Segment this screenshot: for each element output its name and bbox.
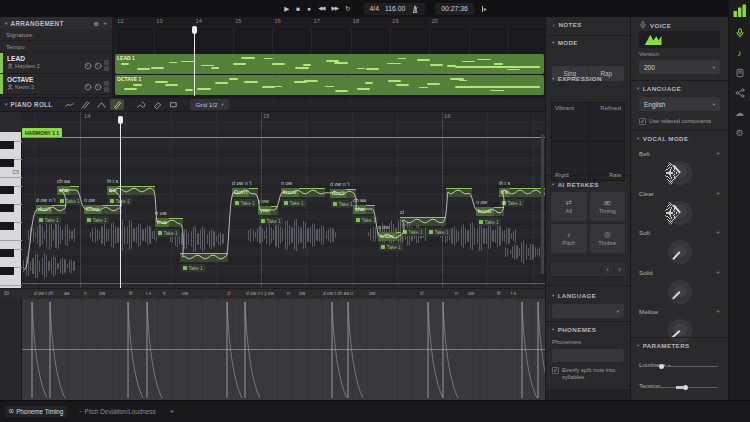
voice-language-select[interactable]: English ▾ (639, 97, 720, 111)
add-track-icon[interactable]: + (103, 20, 107, 27)
language-section-header[interactable]: ▾ LANGUAGE (546, 292, 602, 299)
loudness-slider[interactable] (643, 366, 718, 367)
voice-language-header[interactable]: ▾ LANGUAGE (631, 85, 687, 92)
expression-section-header[interactable]: ▾ EXPRESSION (546, 75, 608, 82)
voice-icon[interactable] (732, 25, 748, 41)
pencil-tool-icon[interactable] (110, 99, 124, 110)
record-icon[interactable]: ● (304, 5, 314, 13)
phoneme-token[interactable]: aa (64, 291, 69, 296)
phoneme-token[interactable]: ih (129, 291, 133, 296)
relaxed-consonants-checkbox[interactable]: ✓ Use relaxed consonants (639, 118, 724, 125)
phoneme-token[interactable]: ow (99, 291, 105, 296)
tension-slider[interactable] (643, 387, 718, 388)
take-chip[interactable]: Take 1 (233, 199, 257, 207)
piano-note[interactable]: cha (57, 186, 79, 195)
mode-section-header[interactable]: ▾ MODE (546, 39, 584, 46)
clip-2[interactable]: OCTAVE 1 (115, 75, 544, 95)
mellow-knob[interactable] (667, 318, 693, 344)
slider-handle[interactable] (659, 364, 664, 369)
take-chip[interactable]: Take 1 (282, 199, 306, 207)
retake-all-button[interactable]: ⇄All (551, 192, 587, 221)
checkbox-check-icon[interactable]: ✓ (552, 367, 559, 374)
retake-prev-icon[interactable]: ‹ (601, 266, 613, 273)
retake-next-icon[interactable]: › (613, 266, 625, 273)
take-chip[interactable]: Take 1 (477, 218, 501, 226)
piano-key[interactable] (0, 141, 14, 149)
solid-knob[interactable] (667, 279, 693, 305)
vocal-mode-header[interactable]: ▾ VOCAL MODE (631, 135, 695, 142)
piano-note[interactable] (180, 253, 228, 262)
knob-add-icon[interactable]: + (716, 229, 720, 236)
piano-key[interactable] (0, 249, 14, 257)
take-chip[interactable]: Take 1 (156, 229, 180, 237)
retake-timing-button[interactable]: æTiming (590, 192, 626, 221)
timecode-box[interactable]: 00:27:36 (435, 3, 473, 15)
piano-note[interactable]: it's (107, 186, 155, 195)
phoneme-token[interactable]: tr (163, 291, 166, 296)
take-chip[interactable]: Take 1 (37, 216, 61, 224)
pitch-tool-icon[interactable] (62, 99, 76, 110)
take-chip[interactable]: Take 1 (500, 199, 524, 207)
metronome-icon[interactable] (411, 5, 419, 13)
arrangement-playhead-head[interactable] (192, 26, 197, 34)
retakes-section-header[interactable]: ▾ AI RETAKES (546, 181, 605, 188)
line-tool-icon[interactable] (78, 99, 92, 110)
phoneme-token[interactable]: ow (369, 291, 375, 296)
take-chip[interactable]: Take 1 (259, 217, 283, 225)
collapse-arrow-icon[interactable]: ▾ (5, 21, 8, 26)
time-signature[interactable]: 4/4 (370, 5, 379, 12)
cloud-icon[interactable]: ☁ (732, 105, 748, 121)
vertical-scrollbar[interactable] (541, 134, 545, 274)
phoneme-token[interactable]: t s (511, 291, 516, 296)
piano-note[interactable] (446, 188, 472, 197)
notes-icon[interactable]: ♪ (732, 45, 748, 61)
clip-tab[interactable]: HARMONY 1 1 (22, 128, 62, 137)
add-lane-button[interactable]: + (170, 407, 175, 416)
phoneme-token[interactable]: t s (146, 291, 151, 296)
piano-roll-playhead-head[interactable] (118, 116, 123, 124)
phoneme-strip[interactable]: 00 d ow t chaanowiht struwcld ow n t y o… (0, 288, 545, 299)
retake-navigator[interactable]: ‹ › (551, 263, 625, 276)
phonemes-input[interactable] (552, 349, 624, 362)
brush-tool-icon[interactable] (134, 99, 148, 110)
tempo-lane-label[interactable]: Tempo (0, 41, 112, 53)
phoneme-token[interactable]: cl (420, 291, 423, 296)
piano-note[interactable]: know (476, 207, 504, 216)
share-icon[interactable] (732, 85, 748, 101)
take-chip[interactable]: Take 1 (354, 216, 378, 224)
arrangement-timeline[interactable]: 121314151617181920 LEAD 1OCTAVE 1 (114, 17, 545, 97)
piano-key[interactable] (0, 186, 14, 194)
phoneme-token[interactable]: ow (468, 291, 474, 296)
clip-1[interactable]: LEAD 1 (115, 54, 544, 74)
phoneme-token[interactable]: n (84, 291, 87, 296)
collapse-arrow-icon[interactable]: ▾ (5, 102, 8, 107)
retake-timbre-button[interactable]: ◎Timbre (590, 224, 626, 253)
slider-handle[interactable] (683, 385, 688, 390)
version-select[interactable]: 200 ▾ (639, 60, 720, 74)
knob-add-icon[interactable]: + (716, 269, 720, 276)
piano-note[interactable]: cha (353, 205, 375, 214)
piano-key[interactable] (0, 159, 14, 167)
phonemes-section-header[interactable]: ▾ PHONEMES (546, 326, 602, 333)
track-knob-icon[interactable] (84, 56, 92, 74)
take-chip[interactable]: Take 1 (85, 216, 109, 224)
go-to-end-icon[interactable]: ▸ (482, 6, 487, 12)
expression-xy-pad[interactable]: Vibrant Refined Rigid Raw (551, 102, 625, 181)
phoneme-timing-lane[interactable] (0, 299, 545, 400)
phoneme-token[interactable]: ow (299, 291, 305, 296)
track-row-lead[interactable]: LEADHayden 2 (0, 53, 112, 74)
knob-add-icon[interactable]: + (716, 190, 720, 197)
clear-knob[interactable] (667, 200, 693, 226)
bpm-value[interactable]: 116.00 (385, 5, 405, 12)
piano-note[interactable]: you (258, 206, 278, 215)
take-chip[interactable]: Take 1 (181, 264, 205, 272)
piano-key[interactable] (0, 222, 14, 230)
piano-note[interactable]: it's (499, 188, 545, 197)
piano-note[interactable]: know (281, 188, 325, 197)
take-chip[interactable]: Take 1 (331, 200, 355, 208)
soft-knob[interactable] (667, 239, 693, 265)
split-syllables-checkbox[interactable]: ✓ Evenly split note into syllables (552, 367, 626, 381)
voice-avatar[interactable] (639, 31, 720, 48)
take-chip[interactable]: Take 1 (401, 228, 425, 236)
belt-knob[interactable] (667, 160, 693, 186)
